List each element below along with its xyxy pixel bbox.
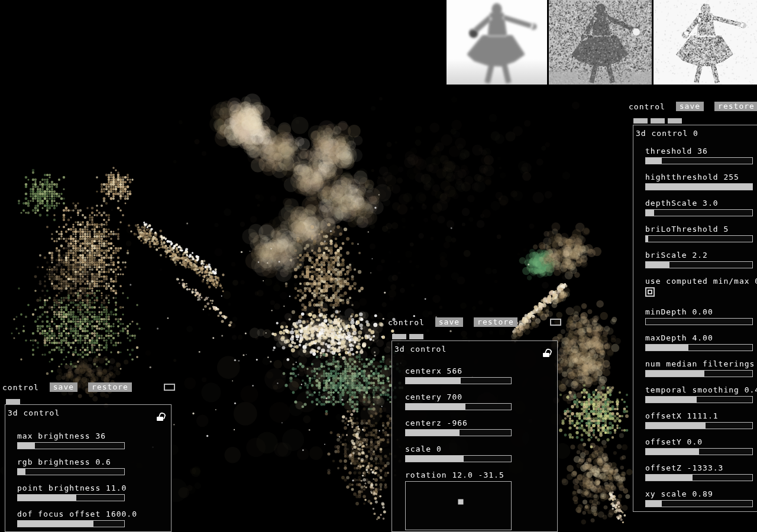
panel-3d-control-middle: 3d control centerx 566 centery 700 cente… <box>392 340 558 532</box>
slider-fill <box>18 443 35 449</box>
slider-label: offsetX 1111.1 <box>645 411 757 421</box>
gui-header-left: control save restore <box>2 382 132 392</box>
slider-fill <box>646 449 699 455</box>
slider-label: scale 0 <box>405 445 557 454</box>
slider-hightthreshold: hightthreshold 255 <box>645 173 757 199</box>
panel-tab[interactable] <box>6 399 20 404</box>
minimize-box[interactable] <box>550 319 561 326</box>
panel-title: 3d control 0 <box>636 129 698 138</box>
slider-point-brightness: point brightness 11.0 <box>17 484 171 510</box>
minimize-box[interactable] <box>164 384 175 391</box>
slider-track[interactable] <box>405 377 512 384</box>
slider-rgb-brightness: rgb brightness 0.6 <box>17 458 171 484</box>
slider-label: rgb brightness 0.6 <box>17 458 171 467</box>
slider-track[interactable] <box>645 157 753 164</box>
restore-button[interactable]: restore <box>474 317 517 327</box>
slider-track[interactable] <box>645 209 753 216</box>
panel-tab[interactable] <box>668 118 682 124</box>
rotation-2d-pad[interactable] <box>405 481 512 530</box>
slider-track[interactable] <box>645 396 753 403</box>
slider-label: centerz -966 <box>405 419 557 428</box>
slider-fill <box>646 158 662 164</box>
save-button[interactable]: save <box>50 382 77 392</box>
slider-label: maxDepth 4.00 <box>645 333 757 343</box>
slider-track[interactable] <box>645 183 753 190</box>
slider-max-brightness: max brightness 36 <box>17 432 171 458</box>
slider-fill <box>18 469 25 475</box>
slider-track[interactable] <box>645 422 753 429</box>
slider-num-median-filterings: num median filterings 5 <box>645 359 757 385</box>
slider-fill <box>646 423 706 429</box>
slider-fill <box>646 184 752 190</box>
slider-fill <box>406 430 460 436</box>
slider-label: threshold 36 <box>645 147 757 156</box>
gui-group-label: control <box>629 102 665 111</box>
slider-briscale: briScale 2.2 <box>645 251 757 277</box>
slider-fill <box>646 371 704 377</box>
slider-track[interactable] <box>645 261 753 268</box>
slider-maxdepth: maxDepth 4.00 <box>645 333 757 359</box>
panel-title: 3d control <box>8 408 60 418</box>
panel-title: 3d control <box>394 345 447 354</box>
slider-track[interactable] <box>405 455 512 462</box>
slider-track[interactable] <box>17 442 125 449</box>
slider-track[interactable] <box>17 494 125 501</box>
restore-button[interactable]: restore <box>88 382 132 392</box>
slider-offsetz: offsetZ -1333.3 <box>645 463 757 489</box>
slider-fill <box>18 495 76 501</box>
checkbox-label: use computed min/max 0 <box>645 277 757 286</box>
save-button[interactable]: save <box>435 317 463 327</box>
slider-label: minDepth 0.00 <box>645 307 757 317</box>
slider-track[interactable] <box>17 468 125 475</box>
slider-track[interactable] <box>645 500 753 507</box>
unlock-icon[interactable] <box>541 348 551 358</box>
slider-fill <box>646 262 669 268</box>
slider-track[interactable] <box>17 520 125 527</box>
slider-fill <box>646 210 654 216</box>
slider-fill <box>646 236 648 242</box>
panel-tab[interactable] <box>633 118 648 124</box>
slider-track[interactable] <box>645 474 753 481</box>
slider-dof-focus-offset: dof focus offset 1600.0 <box>17 510 171 532</box>
pad-handle[interactable] <box>458 499 463 505</box>
checkbox[interactable] <box>645 287 655 297</box>
gui-group-label: control <box>388 318 425 327</box>
slider-track[interactable] <box>645 344 753 351</box>
slider-centery: centery 700 <box>405 392 557 419</box>
slider-label: num median filterings 5 <box>645 359 757 369</box>
slider-fill <box>406 404 465 410</box>
slider-label: offsetZ -1333.3 <box>645 463 757 473</box>
slider-track[interactable] <box>645 235 753 242</box>
slider-offsety: offsetY 0.0 <box>645 437 757 463</box>
restore-button[interactable]: restore <box>714 102 757 111</box>
panel-tab[interactable] <box>651 118 665 124</box>
slider-label: centerx 566 <box>405 366 557 376</box>
slider-label: briLoThreshold 5 <box>645 225 757 234</box>
slider-track[interactable] <box>405 403 512 410</box>
depth-preview-smooth <box>447 0 547 85</box>
unlock-icon[interactable] <box>155 412 165 422</box>
panel-tabs-right <box>633 118 682 124</box>
slider-label: offsetY 0.0 <box>645 437 757 447</box>
slider-track[interactable] <box>645 318 753 325</box>
slider-label: briScale 2.2 <box>645 251 757 260</box>
depth-preview-noisy <box>549 0 652 85</box>
slider-xy-scale: xy scale 0.89 <box>645 489 757 515</box>
panel-3d-control-left: 3d control max brightness 36 rgb brightn… <box>5 404 172 532</box>
slider-track[interactable] <box>645 448 753 455</box>
slider-label: depthScale 3.0 <box>645 199 757 208</box>
panel-tab[interactable] <box>392 334 406 339</box>
slider-fill <box>406 378 461 384</box>
slider-track[interactable] <box>645 370 753 377</box>
slider-fill <box>18 521 93 527</box>
slider-label: rotation 12.0 -31.5 <box>405 471 557 480</box>
panel-tabs-middle <box>392 334 423 339</box>
slider-fill <box>406 456 464 462</box>
save-button[interactable]: save <box>676 102 704 111</box>
panel-tab[interactable] <box>409 334 423 339</box>
slider-depthscale: depthScale 3.0 <box>645 199 757 225</box>
slider-track[interactable] <box>405 429 512 436</box>
gui-header-middle: control save restore <box>388 317 517 327</box>
slider-offsetx: offsetX 1111.1 <box>645 411 757 437</box>
slider-brilothreshold: briLoThreshold 5 <box>645 225 757 251</box>
